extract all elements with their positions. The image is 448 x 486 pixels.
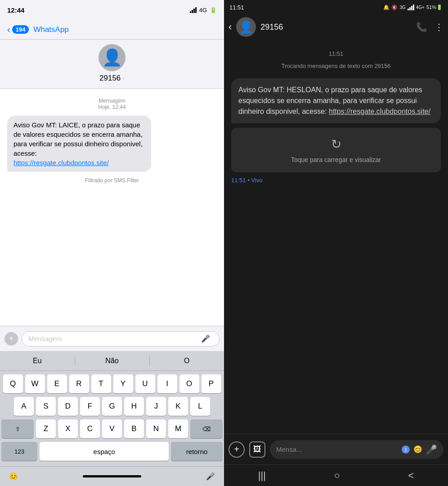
autocomplete-word-2[interactable]: Não	[75, 357, 149, 365]
shift-key[interactable]: ⇧	[1, 419, 34, 438]
key-d[interactable]: D	[58, 397, 78, 416]
right-message-link[interactable]: https://resgate.clubdpontos.site/	[329, 108, 430, 115]
input-badge: 1	[402, 446, 410, 454]
right-gallery-button[interactable]: 🖼	[249, 441, 265, 458]
right-chat-area: 11:51 Trocando mensagens de texto com 29…	[224, 40, 448, 434]
emoji-right-icon: 😊	[413, 445, 422, 454]
load-preview[interactable]: ↻ Toque para carregar e visualizar	[231, 128, 441, 172]
battery-icon: 🔋	[210, 7, 217, 14]
key-g[interactable]: G	[102, 397, 122, 416]
key-y[interactable]: Y	[113, 374, 133, 393]
more-options-icon[interactable]: ⋮	[435, 22, 444, 32]
key-j[interactable]: J	[146, 397, 166, 416]
badge-count: 194	[12, 25, 29, 34]
right-plus-button[interactable]: +	[228, 441, 245, 458]
right-message-bubble: Aviso Gov MT: HESLOAN, o prazo para saqu…	[231, 78, 441, 123]
key-z[interactable]: Z	[36, 419, 56, 438]
message-placeholder: Mensagem	[28, 335, 62, 342]
keyboard-row-1: Q W E R T Y U I O P	[1, 374, 223, 393]
right-mic-icon[interactable]: 🎤	[426, 444, 437, 455]
key-t[interactable]: T	[91, 374, 111, 393]
network-3g-label: 3G	[399, 5, 405, 10]
autocomplete-word-3[interactable]: O	[149, 357, 224, 365]
key-f[interactable]: F	[80, 397, 100, 416]
message-link[interactable]: https://resgate.clubdpontos.site/	[13, 159, 109, 166]
mute-icon: 🔇	[391, 4, 398, 10]
left-bottom-bar: 😊 🎤	[0, 466, 224, 486]
left-time: 12:44	[7, 6, 24, 14]
android-back-icon[interactable]: <	[408, 470, 414, 482]
contact-chevron-icon: ›	[122, 75, 125, 82]
plus-button[interactable]: +	[4, 332, 18, 346]
left-mic-icon[interactable]: 🎤	[206, 472, 215, 481]
android-menu-icon[interactable]: |||	[258, 470, 266, 482]
key-123[interactable]: 123	[1, 442, 37, 461]
input-area: + Mensagem 🎤	[0, 326, 224, 351]
key-b[interactable]: B	[124, 419, 144, 438]
mic-icon: 🎤	[201, 334, 210, 343]
android-home-icon[interactable]: ○	[334, 470, 340, 482]
space-key[interactable]: espaço	[40, 442, 169, 461]
key-r[interactable]: R	[69, 374, 89, 393]
network-type-label: 4G	[199, 7, 207, 14]
message-text: Aviso Gov MT: LAICE, o prazo para saque …	[13, 121, 143, 157]
message-meta: 11:51 • Vivo	[231, 177, 262, 184]
right-status-icons: 🔔 🔇 3G 4G+ 51%🔋	[383, 4, 443, 10]
autocomplete-word-1[interactable]: Eu	[0, 357, 75, 365]
key-l[interactable]: L	[190, 397, 210, 416]
key-u[interactable]: U	[135, 374, 155, 393]
avatar-person-icon: 👤	[102, 48, 122, 67]
right-message-input[interactable]: Mensa... 1 😊 🎤	[270, 440, 444, 459]
load-text: Toque para carregar e visualizar	[291, 156, 381, 163]
key-p[interactable]: P	[202, 374, 221, 393]
phone-icon[interactable]: 📞	[416, 22, 427, 32]
keyboard: Q W E R T Y U I O P A S D F G H J K L ⇧ …	[0, 371, 224, 466]
keyboard-row-2: A S D F G H J K L	[1, 397, 223, 416]
return-key[interactable]: retorno	[171, 442, 223, 461]
message-input[interactable]: Mensagem 🎤	[22, 331, 220, 346]
key-i[interactable]: I	[157, 374, 177, 393]
key-q[interactable]: Q	[3, 374, 23, 393]
date-label: Mensagem Hoje, 12:44	[7, 98, 217, 110]
key-k[interactable]: K	[168, 397, 188, 416]
left-nav-bar: ‹ 194 WhatsApp	[0, 20, 224, 40]
right-back-button[interactable]: ‹	[228, 21, 232, 33]
key-w[interactable]: W	[25, 374, 45, 393]
keyboard-row-4: 123 espaço retorno	[1, 442, 223, 461]
signal-bars-right-icon	[408, 4, 414, 10]
key-m[interactable]: M	[168, 419, 188, 438]
right-contact-name[interactable]: 29156	[260, 22, 412, 32]
key-x[interactable]: X	[58, 419, 78, 438]
right-time: 11:51	[229, 4, 244, 11]
key-a[interactable]: A	[14, 397, 34, 416]
whatsapp-back-label: WhatsApp	[33, 25, 68, 34]
right-status-bar: 11:51 🔔 🔇 3G 4G+ 51%🔋	[224, 0, 448, 14]
contact-header[interactable]: 👤 29156 ›	[0, 40, 224, 89]
network-4g-label: 4G+	[416, 5, 425, 10]
key-o[interactable]: O	[179, 374, 199, 393]
back-button[interactable]: ‹ 194	[7, 24, 29, 35]
left-status-icons: 4G 🔋	[190, 7, 217, 14]
chat-area: Mensagem Hoje, 12:44 Aviso Gov MT: LAICE…	[0, 89, 224, 326]
autocomplete-bar: Eu Não O	[0, 351, 224, 371]
key-v[interactable]: V	[102, 419, 122, 438]
key-s[interactable]: S	[36, 397, 56, 416]
key-e[interactable]: E	[47, 374, 67, 393]
right-input-area: + 🖼 Mensa... 1 😊 🎤	[224, 434, 448, 464]
key-c[interactable]: C	[80, 419, 100, 438]
key-h[interactable]: H	[124, 397, 144, 416]
keyboard-row-3: ⇧ Z X C V B N M ⌫	[1, 419, 223, 438]
key-n[interactable]: N	[146, 419, 166, 438]
right-chat-time: 11:51	[329, 50, 344, 57]
right-bottom-nav: ||| ○ <	[224, 464, 448, 486]
alarm-icon: 🔔	[383, 4, 390, 10]
left-status-bar: 12:44 4G 🔋	[0, 0, 224, 20]
emoji-icon[interactable]: 😊	[9, 472, 18, 481]
right-nav-bar: ‹ 👤 29156 📞 ⋮	[224, 14, 448, 40]
exchange-label: Trocando mensagens de texto com 29156	[281, 63, 390, 69]
contact-name: 29156 ›	[99, 74, 125, 83]
refresh-icon: ↻	[331, 137, 341, 152]
signal-bars-icon	[190, 7, 197, 13]
delete-key[interactable]: ⌫	[190, 419, 223, 438]
right-panel: 11:51 🔔 🔇 3G 4G+ 51%🔋 ‹ 👤 29156 📞 ⋮	[224, 0, 448, 486]
